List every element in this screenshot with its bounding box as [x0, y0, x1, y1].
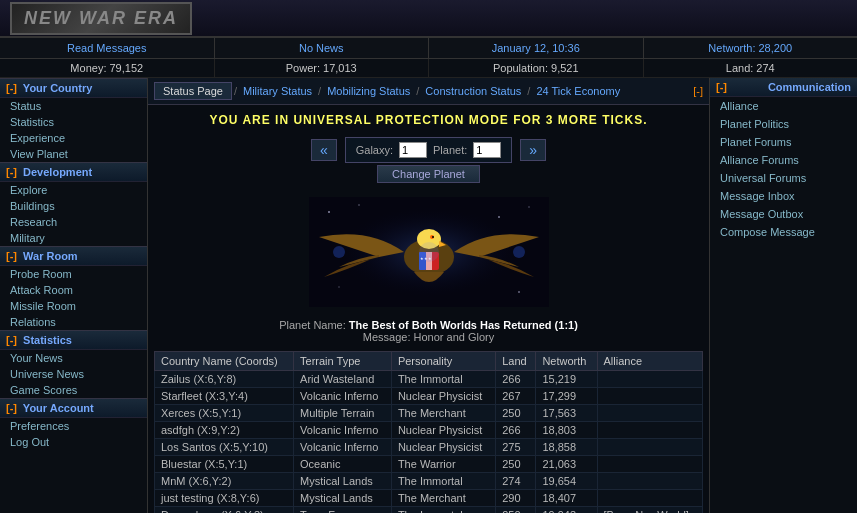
right-item-planet-forums[interactable]: Planet Forums	[710, 133, 857, 151]
cell-networth: 19,654	[536, 473, 597, 490]
cell-country-name[interactable]: Xerces (X:5,Y:1)	[155, 405, 294, 422]
svg-point-4	[498, 216, 500, 218]
cell-country-name[interactable]: just testing (X:8,Y:6)	[155, 490, 294, 507]
cell-alliance[interactable]: [BraveNewWorld]	[597, 507, 702, 514]
cell-country-name[interactable]: Los Santos (X:5,Y:10)	[155, 439, 294, 456]
cell-alliance	[597, 371, 702, 388]
cell-personality: The Immortal	[391, 507, 495, 514]
change-planet-button[interactable]: Change Planet	[377, 165, 480, 183]
right-item-message-inbox[interactable]: Message Inbox	[710, 187, 857, 205]
main-layout: [-] Your Country Status Statistics Exper…	[0, 78, 857, 513]
cell-alliance	[597, 388, 702, 405]
cell-alliance	[597, 456, 702, 473]
sidebar-section-your-country[interactable]: [-] Your Country	[0, 78, 147, 98]
sidebar-item-preferences[interactable]: Preferences	[0, 418, 147, 434]
table-row: Doomsberg (X:6,Y:3) Terra Form The Immor…	[155, 507, 703, 514]
right-panel: [-] Communication Alliance Planet Politi…	[709, 78, 857, 513]
cell-personality: The Merchant	[391, 490, 495, 507]
infobar-land: Land: 274	[644, 59, 858, 77]
logo: NEW WAR ERA	[10, 2, 192, 35]
sidebar-item-buildings[interactable]: Buildings	[0, 198, 147, 214]
cell-country-name[interactable]: Doomsberg (X:6,Y:3)	[155, 507, 294, 514]
svg-point-6	[338, 286, 340, 288]
sidebar-item-relations[interactable]: Relations	[0, 314, 147, 330]
tab-24tick-economy[interactable]: 24 Tick Economy	[532, 83, 624, 99]
svg-point-2	[328, 211, 330, 213]
cell-personality: Nuclear Physicist	[391, 388, 495, 405]
prev-arrow-button[interactable]: «	[311, 139, 337, 161]
topnav-messages[interactable]: Read Messages	[0, 38, 215, 58]
sidebar-item-attack-room[interactable]: Attack Room	[0, 282, 147, 298]
right-item-compose-message[interactable]: Compose Message	[710, 223, 857, 241]
cell-terrain: Terra Form	[294, 507, 392, 514]
sidebar-section-your-account[interactable]: [-] Your Account	[0, 398, 147, 418]
sidebar-item-your-news[interactable]: Your News	[0, 350, 147, 366]
cell-country-name[interactable]: asdfgh (X:9,Y:2)	[155, 422, 294, 439]
sidebar-item-log-out[interactable]: Log Out	[0, 434, 147, 450]
topnav-news: No News	[215, 38, 430, 58]
sidebar-item-missile-room[interactable]: Missile Room	[0, 298, 147, 314]
col-land: Land	[496, 352, 536, 371]
sidebar-item-probe-room[interactable]: Probe Room	[0, 266, 147, 282]
cell-terrain: Multiple Terrain	[294, 405, 392, 422]
cell-country-name[interactable]: Zailus (X:6,Y:8)	[155, 371, 294, 388]
planet-message-value: Honor and Glory	[414, 331, 495, 343]
right-section-header[interactable]: [-] Communication	[710, 78, 857, 97]
status-tabs: Status Page / Military Status / Mobilizi…	[148, 78, 709, 105]
next-arrow-button[interactable]: »	[520, 139, 546, 161]
sidebar: [-] Your Country Status Statistics Exper…	[0, 78, 148, 513]
col-alliance: Alliance	[597, 352, 702, 371]
right-item-planet-politics[interactable]: Planet Politics	[710, 115, 857, 133]
right-item-alliance[interactable]: Alliance	[710, 97, 857, 115]
cell-country-name[interactable]: Starfleet (X:3,Y:4)	[155, 388, 294, 405]
cell-networth: 19,943	[536, 507, 597, 514]
right-item-alliance-forums[interactable]: Alliance Forums	[710, 151, 857, 169]
sidebar-item-statistics[interactable]: Statistics	[0, 114, 147, 130]
sidebar-item-view-planet[interactable]: View Planet	[0, 146, 147, 162]
tab-bracket[interactable]: [-]	[693, 85, 703, 97]
cell-personality: Nuclear Physicist	[391, 439, 495, 456]
cell-terrain: Mystical Lands	[294, 490, 392, 507]
cell-personality: The Immortal	[391, 371, 495, 388]
table-row: Starfleet (X:3,Y:4) Volcanic Inferno Nuc…	[155, 388, 703, 405]
galaxy-input[interactable]	[399, 142, 427, 158]
tab-military-status[interactable]: Military Status	[239, 83, 316, 99]
tab-mobilizing-status[interactable]: Mobilizing Status	[323, 83, 414, 99]
tab-status-page[interactable]: Status Page	[154, 82, 232, 100]
cell-country-name[interactable]: MnM (X:6,Y:2)	[155, 473, 294, 490]
table-row: MnM (X:6,Y:2) Mystical Lands The Immorta…	[155, 473, 703, 490]
svg-point-5	[528, 206, 530, 208]
cell-terrain: Volcanic Inferno	[294, 422, 392, 439]
cell-land: 275	[496, 439, 536, 456]
planet-table: Country Name (Coords) Terrain Type Perso…	[154, 351, 703, 513]
planet-message-line: Message: Honor and Glory	[148, 331, 709, 343]
sidebar-item-military[interactable]: Military	[0, 230, 147, 246]
sidebar-section-war-room[interactable]: [-] War Room	[0, 246, 147, 266]
col-terrain: Terrain Type	[294, 352, 392, 371]
eagle-area: ★★★	[148, 187, 709, 315]
sidebar-item-status[interactable]: Status	[0, 98, 147, 114]
tab-construction-status[interactable]: Construction Status	[421, 83, 525, 99]
right-item-message-outbox[interactable]: Message Outbox	[710, 205, 857, 223]
planet-name-value: The Best of Both Worlds Has Returned (1:…	[349, 319, 578, 331]
cell-terrain: Mystical Lands	[294, 473, 392, 490]
info-bar: Money: 79,152 Power: 17,013 Population: …	[0, 59, 857, 78]
sidebar-item-research[interactable]: Research	[0, 214, 147, 230]
right-item-universal-forums[interactable]: Universal Forums	[710, 169, 857, 187]
sidebar-item-explore[interactable]: Explore	[0, 182, 147, 198]
sidebar-item-universe-news[interactable]: Universe News	[0, 366, 147, 382]
planet-input[interactable]	[473, 142, 501, 158]
planet-name-label: Planet Name:	[279, 319, 346, 331]
sidebar-item-game-scores[interactable]: Game Scores	[0, 382, 147, 398]
cell-country-name[interactable]: Bluestar (X:5,Y:1)	[155, 456, 294, 473]
col-networth: Networth	[536, 352, 597, 371]
cell-land: 266	[496, 422, 536, 439]
col-country: Country Name (Coords)	[155, 352, 294, 371]
cell-land: 290	[496, 490, 536, 507]
cell-land: 250	[496, 405, 536, 422]
sidebar-item-experience[interactable]: Experience	[0, 130, 147, 146]
table-row: Los Santos (X:5,Y:10) Volcanic Inferno N…	[155, 439, 703, 456]
cell-personality: The Warrior	[391, 456, 495, 473]
sidebar-section-development[interactable]: [-] Development	[0, 162, 147, 182]
sidebar-section-statistics[interactable]: [-] Statistics	[0, 330, 147, 350]
